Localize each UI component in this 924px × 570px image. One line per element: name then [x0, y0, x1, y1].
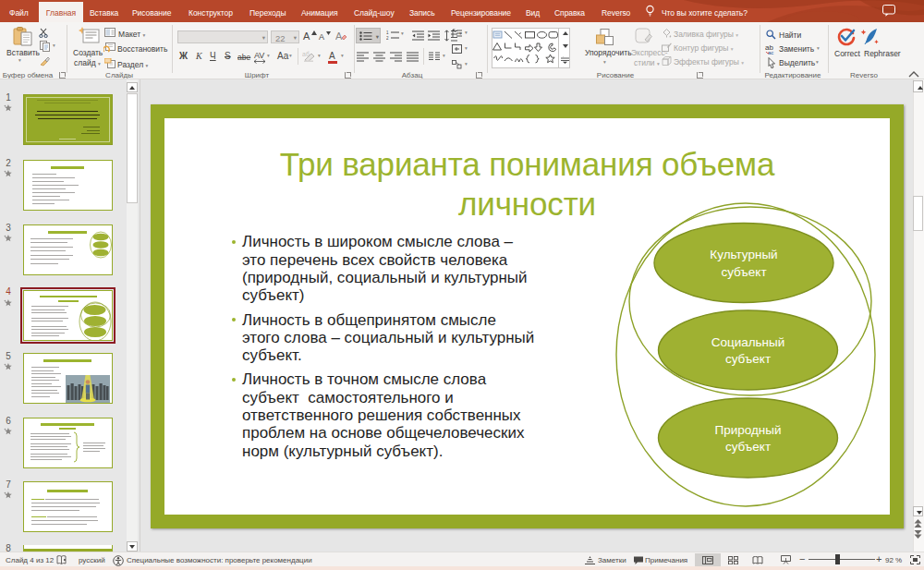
- svg-text:субъект: субъект: [721, 265, 766, 279]
- svg-text:А: А: [335, 30, 343, 42]
- svg-text:Культурный: Культурный: [710, 248, 777, 261]
- svg-text:ac: ac: [768, 50, 773, 55]
- svg-text:Социальный: Социальный: [711, 335, 785, 349]
- svg-text:2: 2: [386, 36, 389, 41]
- svg-text:субъект: субъект: [725, 352, 771, 366]
- svg-text:1: 1: [386, 30, 389, 35]
- svg-text:Природный: Природный: [714, 423, 781, 437]
- svg-text:субъект: субъект: [725, 440, 771, 454]
